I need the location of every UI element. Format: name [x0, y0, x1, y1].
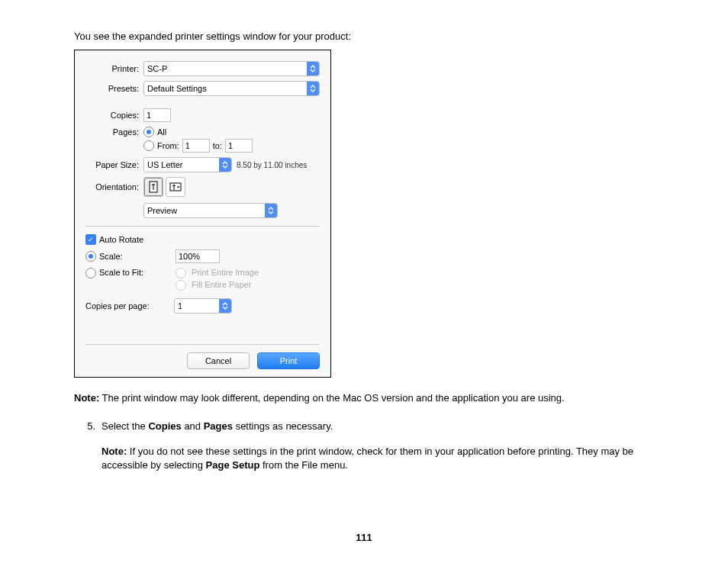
chevron-updown-icon	[307, 82, 319, 95]
copies-label: Copies:	[85, 111, 139, 120]
step-number: 5.	[74, 419, 95, 486]
scale-to-fit-radio[interactable]	[85, 268, 96, 278]
step-text: Select the Copies and Pages settings as …	[101, 419, 654, 434]
orientation-landscape-button[interactable]	[166, 177, 185, 197]
printer-select[interactable]: SC-P	[143, 61, 320, 76]
printer-label: Printer:	[85, 64, 139, 73]
pages-all-label: All	[157, 127, 166, 137]
page-number: 111	[74, 532, 654, 543]
auto-rotate-label: Auto Rotate	[99, 235, 143, 244]
chevron-updown-icon	[265, 204, 277, 217]
section-select[interactable]: Preview	[143, 203, 278, 218]
copies-per-page-label: Copies per page:	[85, 301, 174, 310]
portrait-icon	[149, 181, 158, 193]
print-dialog-screenshot: Printer: SC-P Presets: Default Settings …	[74, 50, 331, 378]
chevron-updown-icon	[219, 299, 231, 313]
auto-rotate-checkbox[interactable]: ✓	[85, 234, 96, 245]
copies-input[interactable]	[143, 108, 171, 122]
papersize-select[interactable]: US Letter	[143, 157, 232, 172]
landscape-icon	[169, 182, 182, 191]
papersize-info: 8.50 by 11.00 inches	[237, 161, 307, 169]
print-entire-image-label: Print Entire Image	[192, 268, 259, 277]
papersize-label: Paper Size:	[85, 160, 139, 169]
scale-input[interactable]	[176, 249, 220, 263]
scale-label: Scale:	[99, 252, 176, 261]
orientation-portrait-button[interactable]	[143, 177, 163, 197]
chevron-updown-icon	[219, 158, 231, 172]
presets-select[interactable]: Default Settings	[143, 81, 320, 96]
pages-from-input[interactable]	[182, 139, 210, 153]
pages-to-input[interactable]	[225, 139, 253, 153]
pages-label: Pages:	[85, 127, 139, 137]
pages-from-radio[interactable]	[143, 140, 154, 151]
note-1: Note: The print window may look differen…	[74, 391, 654, 405]
scale-radio[interactable]	[85, 251, 96, 262]
pages-all-radio[interactable]	[143, 127, 154, 137]
note-2: Note: If you do not see these settings i…	[101, 445, 654, 472]
print-button[interactable]: Print	[257, 352, 320, 369]
scale-to-fit-label: Scale to Fit:	[99, 268, 176, 277]
print-entire-image-radio	[176, 268, 186, 278]
intro-text: You see the expanded printer settings wi…	[74, 31, 654, 42]
presets-label: Presets:	[85, 84, 139, 93]
fill-entire-paper-radio	[176, 280, 186, 291]
fill-entire-paper-label: Fill Entire Paper	[192, 280, 251, 289]
cancel-button[interactable]: Cancel	[187, 352, 250, 369]
chevron-updown-icon	[307, 62, 319, 76]
pages-from-label: From:	[157, 141, 179, 150]
pages-to-label: to:	[213, 141, 222, 150]
orientation-label: Orientation:	[85, 182, 139, 191]
copies-per-page-select[interactable]: 1	[174, 298, 232, 314]
